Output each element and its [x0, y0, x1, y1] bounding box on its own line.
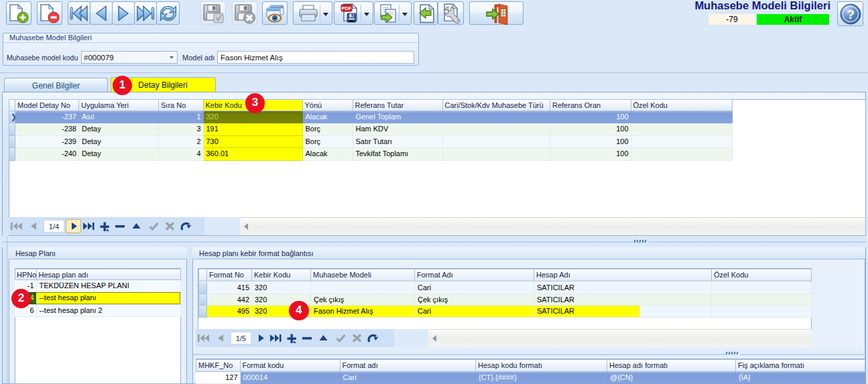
svg-text:?: ? [847, 7, 855, 21]
svg-text:PDF: PDF [342, 5, 352, 11]
